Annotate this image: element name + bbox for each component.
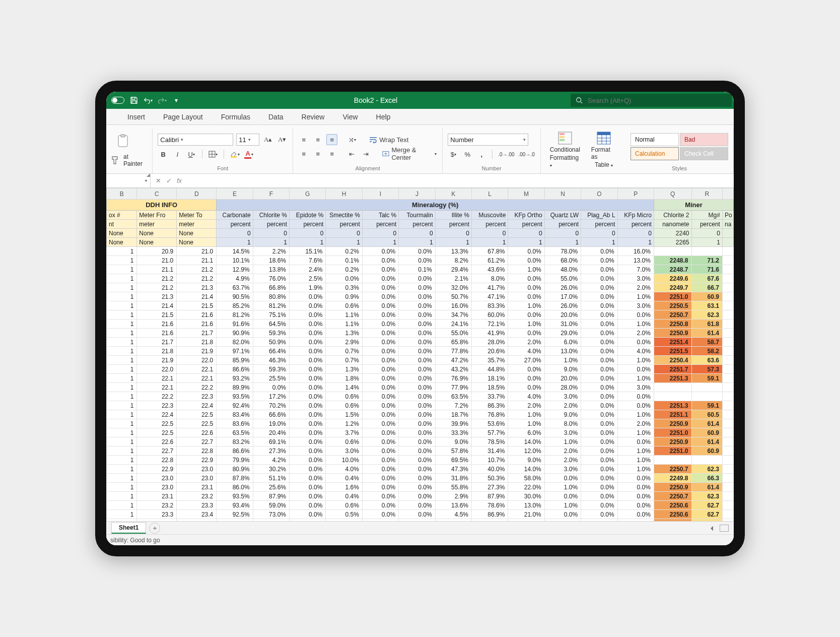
col-K[interactable]: K (435, 188, 471, 200)
table-row[interactable]: 122.022.186.6%59.3%0.0%1.3%0.0%0.0%43.2%… (107, 365, 734, 374)
table-row[interactable]: 121.021.110.1%18.6%7.6%0.1%0.0%0.0%8.2%6… (107, 256, 734, 265)
col-I[interactable]: I (362, 188, 398, 200)
table-row[interactable]: 122.522.663.5%20.4%0.0%3.7%0.0%0.0%33.3%… (107, 428, 734, 437)
tab-help[interactable]: Help (367, 109, 400, 124)
align-middle-icon[interactable]: ≡ (312, 134, 323, 145)
decrease-font-icon[interactable]: A▾ (276, 134, 288, 145)
table-row[interactable]: 121.621.790.9%59.3%0.0%1.3%0.0%0.0%55.0%… (107, 329, 734, 338)
table-row[interactable]: 121.421.585.2%81.2%0.0%0.6%0.0%0.0%16.0%… (107, 301, 734, 310)
column-headers[interactable]: BCDEFGHIJKLMNOPQR (107, 188, 734, 200)
decrease-indent-icon[interactable]: ⇤ (346, 148, 358, 159)
sheet-tab-1[interactable]: Sheet1 (111, 522, 146, 534)
style-normal[interactable]: Normal (631, 133, 679, 146)
redo-icon[interactable]: ▾ (158, 96, 167, 105)
font-color-button[interactable]: A▾ (243, 149, 254, 160)
table-row[interactable]: 122.923.080.9%30.2%0.0%4.0%0.0%0.0%47.3%… (107, 465, 734, 474)
align-bottom-icon[interactable]: ≡ (326, 134, 337, 145)
italic-button[interactable]: I (172, 149, 183, 160)
spreadsheet-grid[interactable]: BCDEFGHIJKLMNOPQR DDH INFO Mineralogy (%… (106, 188, 734, 521)
table-row[interactable]: 122.222.393.5%17.2%0.0%0.6%0.0%0.0%63.5%… (107, 392, 734, 401)
table-row[interactable]: 123.323.492.5%73.0%0.0%0.5%0.0%0.0%4.5%8… (107, 510, 734, 519)
sheet-nav-icons[interactable]: ⏴ (709, 524, 734, 532)
align-left-icon[interactable]: ≡ (298, 148, 309, 159)
col-R[interactable]: R (691, 188, 722, 200)
col-C[interactable]: C (137, 188, 177, 200)
align-right-icon[interactable]: ≡ (326, 148, 337, 159)
table-row[interactable]: 121.221.363.7%66.8%1.9%0.3%0.0%0.0%32.0%… (107, 283, 734, 292)
col-D[interactable]: D (177, 188, 217, 200)
tab-formulas[interactable]: Formulas (212, 109, 259, 124)
search-box[interactable] (571, 94, 732, 107)
table-row[interactable]: 122.322.492.4%70.2%0.0%0.6%0.0%0.0%7.2%8… (107, 401, 734, 410)
conditional-formatting-button[interactable]: Conditional Formatting ▾ (546, 129, 584, 170)
table-row[interactable]: 121.621.691.6%64.5%0.0%1.1%0.0%0.0%24.1%… (107, 320, 734, 329)
fill-color-button[interactable]: ▾ (229, 149, 240, 160)
table-row[interactable]: 123.423.449.4%9.7%0.0%1.0%0.0%0.0%29.7%5… (107, 519, 734, 522)
increase-indent-icon[interactable]: ⇥ (361, 148, 372, 159)
cell-styles-gallery[interactable]: Normal Bad Calculation Check Cell (631, 133, 728, 160)
table-row[interactable]: 122.822.979.9%4.2%0.0%10.0%0.0%0.0%69.5%… (107, 456, 734, 465)
table-row[interactable]: 121.721.882.0%50.9%0.0%2.9%0.0%0.0%65.8%… (107, 338, 734, 347)
table-row[interactable]: 120.921.014.5%2.2%15.1%0.2%0.0%0.0%13.3%… (107, 247, 734, 256)
tab-view[interactable]: View (333, 109, 367, 124)
table-row[interactable]: 121.922.085.9%46.3%0.0%0.7%0.0%0.0%47.2%… (107, 356, 734, 365)
font-size-select[interactable]: 11▾ (236, 134, 259, 146)
style-calculation[interactable]: Calculation (631, 147, 679, 160)
align-top-icon[interactable]: ≡ (298, 134, 309, 145)
enter-formula-icon[interactable]: ✓ (166, 177, 172, 184)
merge-center-button[interactable]: Merge & Center▾ (382, 148, 437, 159)
number-format-select[interactable]: Number▾ (448, 134, 528, 146)
undo-icon[interactable]: ▾ (144, 96, 153, 105)
dialog-launcher-icon[interactable]: ◢ (147, 172, 150, 177)
col-H[interactable]: H (326, 188, 362, 200)
increase-font-icon[interactable]: A▴ (262, 134, 273, 145)
table-row[interactable]: 121.221.24.9%76.0%2.5%0.0%0.0%0.0%2.1%8.… (107, 274, 734, 283)
add-sheet-button[interactable]: ＋ (149, 523, 160, 534)
table-row[interactable]: 123.023.087.8%51.1%0.0%0.4%0.0%0.0%31.8%… (107, 474, 734, 483)
bold-button[interactable]: B (158, 149, 169, 160)
normal-view-icon[interactable] (720, 525, 729, 532)
col-B[interactable]: B (107, 188, 137, 200)
table-row[interactable]: 121.321.490.5%80.8%0.0%0.9%0.0%0.0%50.7%… (107, 292, 734, 301)
col-P[interactable]: P (617, 188, 654, 200)
table-row[interactable]: 122.522.583.6%19.0%0.0%1.2%0.0%0.0%39.9%… (107, 419, 734, 428)
style-check-cell[interactable]: Check Cell (680, 147, 728, 160)
col-L[interactable]: L (472, 188, 508, 200)
table-row[interactable]: 123.123.293.5%87.9%0.0%0.4%0.0%0.0%2.9%8… (107, 492, 734, 501)
table-row[interactable]: 121.521.681.2%75.1%0.0%1.1%0.0%0.0%34.7%… (107, 310, 734, 320)
table-row[interactable]: 122.722.886.6%27.3%0.0%3.0%0.0%0.0%57.8%… (107, 447, 734, 456)
underline-button[interactable]: U▾ (186, 149, 197, 160)
fx-icon[interactable]: fx (177, 177, 182, 184)
decrease-decimal-icon[interactable]: .00→.0 (518, 149, 535, 160)
table-row[interactable]: 122.422.583.4%66.6%0.0%1.5%0.0%0.0%18.7%… (107, 410, 734, 419)
tab-review[interactable]: Review (293, 109, 334, 124)
search-input[interactable] (588, 97, 727, 104)
format-painter-icon[interactable] (111, 156, 120, 165)
table-row[interactable]: 121.121.212.9%13.8%2.4%0.2%0.0%0.1%29.4%… (107, 265, 734, 274)
qat-customize-icon[interactable]: ▾ (172, 96, 181, 105)
table-row[interactable]: 121.821.997.1%66.4%0.0%0.7%0.0%0.0%77.8%… (107, 347, 734, 356)
comma-format-icon[interactable]: , (476, 149, 487, 160)
col-F[interactable]: F (253, 188, 289, 200)
tab-home[interactable] (110, 109, 118, 124)
name-box[interactable]: ▾ (106, 174, 151, 187)
table-row[interactable]: 122.622.783.2%69.1%0.0%0.6%0.0%0.0%9.0%7… (107, 437, 734, 447)
tab-data[interactable]: Data (259, 109, 293, 124)
table-row[interactable]: 122.122.193.2%25.5%0.0%1.8%0.0%0.0%76.9%… (107, 374, 734, 383)
data-rows[interactable]: 120.921.014.5%2.2%15.1%0.2%0.0%0.0%13.3%… (107, 247, 734, 522)
autosave-toggle[interactable] (111, 97, 124, 104)
orientation-icon[interactable]: ⤭▾ (346, 134, 358, 145)
borders-button[interactable]: ▾ (207, 149, 219, 160)
style-bad[interactable]: Bad (680, 133, 728, 146)
increase-decimal-icon[interactable]: .0→.00 (498, 149, 515, 160)
wrap-text-button[interactable]: Wrap Text (369, 134, 409, 145)
tab-insert[interactable]: Insert (118, 109, 154, 124)
table-row[interactable]: 123.223.393.4%59.0%0.0%0.6%0.0%0.0%13.6%… (107, 501, 734, 510)
font-name-select[interactable]: Calibri▾ (158, 134, 233, 146)
tab-page-layout[interactable]: Page Layout (154, 109, 212, 124)
col-E[interactable]: E (217, 188, 253, 200)
format-as-table-button[interactable]: Format as Table ▾ (587, 129, 620, 170)
table-row[interactable]: 122.122.289.9%0.0%0.0%1.4%0.0%0.0%77.9%1… (107, 383, 734, 392)
percent-format-icon[interactable]: % (462, 149, 473, 160)
col-G[interactable]: G (290, 188, 326, 200)
